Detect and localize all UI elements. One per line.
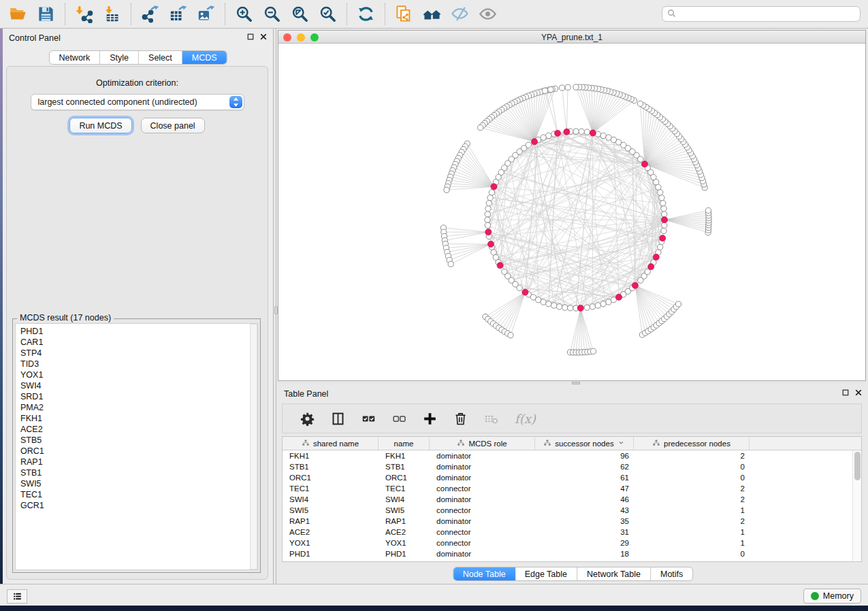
table-cell[interactable]: ORC1 xyxy=(379,472,430,483)
export-table-button[interactable] xyxy=(164,1,192,28)
table-cell[interactable]: dominator xyxy=(430,461,535,472)
table-cell[interactable]: STB1 xyxy=(379,461,430,472)
table-cell[interactable]: 46 xyxy=(535,494,634,505)
mcds-result-item[interactable]: STB5 xyxy=(20,435,257,446)
unselect-all-button[interactable] xyxy=(384,404,415,433)
first-neighbors-button[interactable] xyxy=(418,1,446,28)
mcds-result-item[interactable]: STP4 xyxy=(20,348,257,359)
table-row[interactable]: TEC1TEC1connector472 xyxy=(283,483,852,494)
table-cell[interactable]: 2 xyxy=(634,516,750,527)
show-columns-button[interactable] xyxy=(323,404,353,433)
table-row[interactable]: RAP1RAP1dominator352 xyxy=(283,516,852,527)
table-cell[interactable]: ACE2 xyxy=(283,527,379,538)
table-row[interactable]: YOX1YOX1connector291 xyxy=(283,538,852,548)
mcds-result-item[interactable]: GCR1 xyxy=(20,500,257,511)
table-cell[interactable]: 2 xyxy=(634,494,750,505)
export-image-button[interactable] xyxy=(192,1,220,28)
zoom-fit-button[interactable] xyxy=(286,1,314,28)
column-header-predecessor-nodes[interactable]: predecessor nodes xyxy=(634,437,750,450)
mcds-result-item[interactable]: FKH1 xyxy=(20,413,257,424)
table-cell[interactable]: dominator xyxy=(430,494,535,505)
tab-node-table[interactable]: Node Table xyxy=(453,567,515,580)
clone-network-button[interactable] xyxy=(390,1,418,28)
table-cell[interactable]: RAP1 xyxy=(283,516,379,527)
table-cell[interactable]: 29 xyxy=(535,538,634,548)
column-header-name[interactable]: name xyxy=(379,437,430,450)
tab-edge-table[interactable]: Edge Table xyxy=(515,567,577,580)
mcds-result-item[interactable]: SWI5 xyxy=(20,478,257,489)
mcds-result-item[interactable]: ORC1 xyxy=(20,446,257,457)
export-network-button[interactable] xyxy=(136,1,164,28)
table-cell[interactable]: STB1 xyxy=(283,461,379,472)
hide-selected-button[interactable] xyxy=(446,1,474,28)
table-cell[interactable]: connector xyxy=(430,538,535,548)
refresh-button[interactable] xyxy=(352,1,380,28)
table-cell[interactable]: dominator xyxy=(430,472,535,483)
close-table-panel-icon[interactable] xyxy=(854,389,863,397)
table-cell[interactable]: 62 xyxy=(535,461,634,472)
table-cell[interactable]: SWI4 xyxy=(283,494,379,505)
table-cell[interactable]: SWI5 xyxy=(379,505,430,516)
table-cell[interactable]: connector xyxy=(430,505,535,516)
mcds-result-item[interactable]: RAP1 xyxy=(20,457,257,467)
task-history-button[interactable] xyxy=(7,589,27,604)
table-cell[interactable]: 43 xyxy=(535,505,634,516)
table-row[interactable]: ACE2ACE2connector311 xyxy=(283,527,852,538)
save-session-button[interactable] xyxy=(32,1,60,28)
mcds-result-item[interactable]: TID3 xyxy=(20,359,257,369)
import-table-button[interactable] xyxy=(98,1,126,28)
column-header-mcds-role[interactable]: MCDS role xyxy=(430,437,535,450)
table-cell[interactable]: ORC1 xyxy=(283,472,379,483)
table-cell[interactable]: 96 xyxy=(535,450,634,461)
search-input[interactable] xyxy=(677,7,856,20)
show-all-button[interactable] xyxy=(474,1,502,28)
mcds-result-item[interactable]: YOX1 xyxy=(20,369,257,380)
table-cell[interactable]: dominator xyxy=(430,548,535,559)
add-column-button[interactable] xyxy=(415,404,445,433)
mcds-result-item[interactable]: TEC1 xyxy=(20,489,257,500)
table-cell[interactable]: FKH1 xyxy=(379,450,430,461)
select-all-button[interactable] xyxy=(353,404,384,433)
table-cell[interactable]: 47 xyxy=(535,483,634,494)
network-graph[interactable] xyxy=(278,44,865,380)
table-cell[interactable]: 18 xyxy=(535,548,634,559)
mcds-result-item[interactable]: CAR1 xyxy=(20,337,257,348)
close-panel-icon[interactable] xyxy=(259,33,268,41)
table-row[interactable]: SWI4SWI4dominator462 xyxy=(283,494,852,505)
table-cell[interactable]: 0 xyxy=(634,548,750,559)
zoom-in-button[interactable] xyxy=(230,1,258,28)
table-row[interactable]: PHD1PHD1dominator180 xyxy=(283,548,852,559)
table-cell[interactable]: connector xyxy=(430,527,535,538)
zoom-out-button[interactable] xyxy=(258,1,286,28)
mcds-result-item[interactable]: ACE2 xyxy=(20,424,257,435)
memory-button[interactable]: Memory xyxy=(803,589,861,604)
table-options-button[interactable] xyxy=(292,404,323,433)
table-cell[interactable]: 2 xyxy=(634,483,750,494)
table-cell[interactable]: 0 xyxy=(634,472,750,483)
table-cell[interactable]: TEC1 xyxy=(379,483,430,494)
run-mcds-button[interactable]: Run MCDS xyxy=(69,118,131,133)
tab-select[interactable]: Select xyxy=(139,51,182,64)
table-scrollbar[interactable] xyxy=(852,450,861,561)
mcds-result-item[interactable]: SWI4 xyxy=(20,380,257,391)
table-cell[interactable]: connector xyxy=(430,483,535,494)
import-network-button[interactable] xyxy=(70,1,98,28)
table-cell[interactable]: 0 xyxy=(634,461,750,472)
tab-network[interactable]: Network xyxy=(49,51,100,64)
table-cell[interactable]: 1 xyxy=(634,505,750,516)
column-header-shared-name[interactable]: shared name xyxy=(283,437,379,450)
tab-motifs[interactable]: Motifs xyxy=(651,567,692,580)
zoom-selected-button[interactable] xyxy=(314,1,342,28)
tab-style[interactable]: Style xyxy=(100,51,139,64)
table-cell[interactable]: 1 xyxy=(634,538,750,548)
mcds-list-scrollbar[interactable] xyxy=(250,324,257,569)
float-panel-icon[interactable] xyxy=(246,33,255,41)
mcds-result-list[interactable]: PHD1CAR1STP4TID3YOX1SWI4SRD1PMA2FKH1ACE2… xyxy=(15,323,258,570)
table-cell[interactable]: RAP1 xyxy=(379,516,430,527)
table-cell[interactable]: 31 xyxy=(535,527,634,538)
table-cell[interactable]: dominator xyxy=(430,450,535,461)
close-panel-button[interactable]: Close panel xyxy=(141,118,205,133)
table-cell[interactable]: dominator xyxy=(430,516,535,527)
delete-column-button[interactable] xyxy=(445,404,476,433)
open-session-button[interactable] xyxy=(4,1,32,28)
